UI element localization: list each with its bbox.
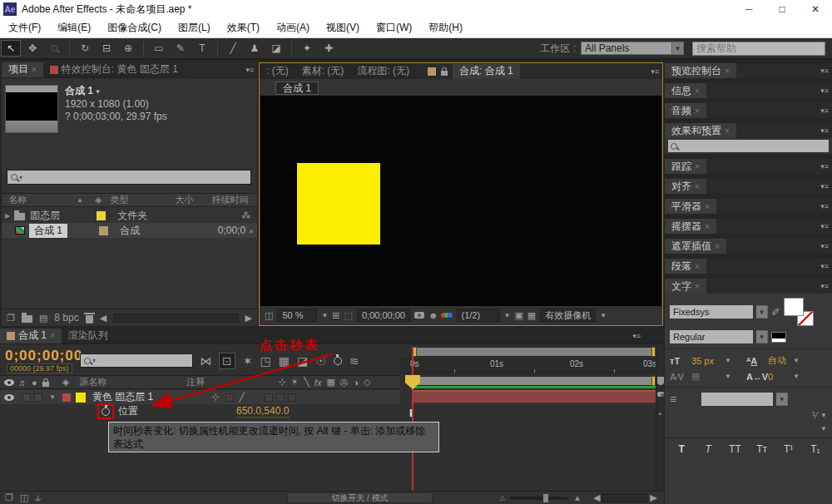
panel-menu-icon[interactable]: ▾≡	[820, 222, 832, 230]
tab-align[interactable]: 对齐×	[665, 179, 706, 194]
label-column-icon[interactable]: ◈	[62, 377, 69, 388]
rotation-tool-icon[interactable]: ↻	[75, 40, 95, 57]
font-family-select[interactable]: Fixedsys	[670, 305, 753, 319]
label-color-swatch[interactable]	[97, 211, 106, 220]
audio-toggle[interactable]	[22, 393, 31, 402]
stopwatch-icon[interactable]	[102, 408, 110, 416]
source-name-column[interactable]: 源名称	[79, 376, 106, 388]
column-size[interactable]: 大小	[175, 194, 193, 206]
tab-timeline-comp[interactable]: 合成 1×	[0, 329, 62, 343]
new-composition-icon[interactable]: ▤	[39, 313, 47, 324]
tracking-arrow-icon[interactable]: ▼	[793, 373, 800, 380]
yellow-solid-layer[interactable]	[297, 163, 380, 245]
tab-preview[interactable]: 预览控制台×	[665, 63, 736, 78]
layer-switch-expand-icon[interactable]: ⊹	[211, 392, 219, 403]
solo-toggle[interactable]	[34, 393, 42, 402]
comp-camera-icon[interactable]	[657, 392, 664, 397]
tab-tracker[interactable]: 跟踪×	[665, 159, 706, 174]
tab-layer-viewer[interactable]: : (无)	[260, 64, 295, 79]
fill-color-swatch[interactable]	[784, 298, 804, 316]
expand-layer-switches-icon[interactable]: ❐	[5, 492, 13, 503]
comp-mini-flowchart-icon[interactable]: ⋈	[200, 354, 211, 368]
shape-tool-icon[interactable]: ▭	[149, 40, 169, 57]
column-type[interactable]: 类型	[110, 194, 128, 206]
panel-menu-icon[interactable]: ▾≡	[632, 332, 644, 340]
tab-info[interactable]: 信息×	[665, 83, 706, 98]
resolution-select[interactable]: (1/2)	[457, 309, 500, 322]
target-region-icon[interactable]: ▣	[514, 310, 522, 321]
new-folder-icon[interactable]	[22, 315, 32, 323]
scroll-up-icon[interactable]: ▲	[656, 410, 664, 416]
layer-eye-icon[interactable]	[4, 394, 14, 401]
solo-icon[interactable]: ●	[32, 378, 37, 388]
font-style-select[interactable]: Regular	[670, 330, 753, 343]
tab-flowchart-viewer[interactable]: 流程图: (无)	[350, 64, 416, 79]
property-name[interactable]: 位置	[118, 404, 138, 418]
eraser-tool-icon[interactable]: ◪	[266, 40, 286, 57]
draft-3d-icon[interactable]: ⊡	[219, 353, 235, 369]
menu-layer[interactable]: 图层(L)	[170, 21, 219, 35]
tsume-arrow-icon[interactable]: ▼	[820, 412, 827, 419]
selection-tool-icon[interactable]: ↖	[1, 40, 21, 57]
project-bit-depth[interactable]: 8 bpc	[54, 312, 78, 324]
camera-arrow-icon[interactable]: ▼	[600, 312, 607, 319]
layer-label-swatch[interactable]	[62, 393, 71, 402]
hide-shy-layers-icon[interactable]: ✶	[243, 354, 253, 368]
menu-edit[interactable]: 编辑(E)	[49, 21, 99, 35]
font-size-value[interactable]: 35 px	[691, 356, 721, 366]
item-name-selected[interactable]: 合成 1	[29, 224, 67, 238]
minimize-button[interactable]: ─	[732, 3, 765, 15]
composition-name[interactable]: 合成 1	[65, 85, 93, 96]
panel-menu-icon[interactable]: ▾≡	[820, 106, 832, 115]
close-button[interactable]: ✕	[799, 3, 832, 15]
trash-icon[interactable]	[86, 315, 93, 324]
scroll-right-icon[interactable]: ▶	[245, 313, 252, 324]
viewer-timecode[interactable]: 0;00;00;00	[357, 309, 410, 322]
type-tool-icon[interactable]: T	[192, 40, 212, 57]
current-timecode[interactable]: 0;00;00;00	[5, 348, 82, 364]
panel-menu-icon[interactable]: ▾≡	[820, 126, 832, 135]
tracking-value[interactable]: 0	[768, 372, 790, 382]
transparency-grid-icon[interactable]: ▦	[527, 310, 536, 321]
region-of-interest-icon[interactable]: ⬚	[344, 310, 353, 321]
hamburger-menu-icon[interactable]: ≡	[670, 393, 676, 406]
faux-bold-button[interactable]: T	[671, 443, 691, 455]
motion-blur-toggle[interactable]	[276, 393, 285, 402]
menu-composition[interactable]: 图像合成(C)	[99, 21, 170, 35]
quality-best-icon[interactable]: ╱	[239, 392, 245, 403]
composition-name-tab[interactable]: 合成 1	[275, 82, 319, 95]
leading-arrow-icon[interactable]: ▼	[793, 357, 800, 364]
timeline-search-input[interactable]: ▾	[80, 353, 193, 368]
tab-composition-viewer[interactable]: 合成: 合成 1	[453, 64, 520, 79]
pan-behind-tool-icon[interactable]: ⊕	[118, 40, 138, 57]
zoom-in-mountain-icon[interactable]: ▲	[573, 493, 582, 502]
property-value[interactable]: 650.0,540.0	[236, 405, 289, 418]
show-snapshot-icon[interactable]: ☻	[428, 310, 438, 320]
expand-arrow-icon[interactable]: ▶	[5, 212, 10, 220]
menu-animation[interactable]: 动画(A)	[268, 21, 318, 35]
baseline-arrow-icon[interactable]: ▼	[820, 425, 827, 432]
tab-effect-controls[interactable]: 特效控制台: 黄色 固态层 1	[43, 62, 185, 77]
tab-project[interactable]: 项目×	[2, 62, 43, 77]
timeline-horizontal-scrollbar[interactable]	[602, 493, 648, 502]
comp-marker-shield-icon[interactable]	[657, 377, 664, 385]
work-area-bar-track[interactable]	[413, 376, 656, 386]
column-name[interactable]: 名称	[8, 194, 27, 206]
live-update-icon[interactable]: ◪	[297, 354, 308, 368]
magnification-arrow-icon[interactable]: ▼	[321, 312, 328, 319]
expand-in-out-icon[interactable]: ⫝	[35, 492, 41, 503]
effects-search-input[interactable]	[668, 140, 829, 152]
panel-menu-icon[interactable]: ▾≡	[820, 162, 832, 170]
three-d-toggle[interactable]	[288, 393, 296, 402]
panel-menu-icon[interactable]: ▾≡	[820, 67, 832, 75]
composition-stage[interactable]	[260, 96, 661, 306]
scroll-left-icon[interactable]: ◀	[593, 492, 600, 503]
pen-tool-icon[interactable]: ✎	[171, 40, 191, 57]
font-style-arrow-icon[interactable]: ▼	[756, 330, 768, 343]
panel-menu-icon[interactable]: ▾≡	[245, 66, 257, 74]
horizontal-scrollbar[interactable]	[113, 314, 238, 323]
video-eye-icon[interactable]	[4, 379, 14, 386]
switches-expand-icon[interactable]: ⊹	[278, 377, 285, 388]
panel-menu-icon[interactable]: ▾≡	[820, 202, 832, 210]
lock-icon[interactable]	[42, 382, 49, 387]
